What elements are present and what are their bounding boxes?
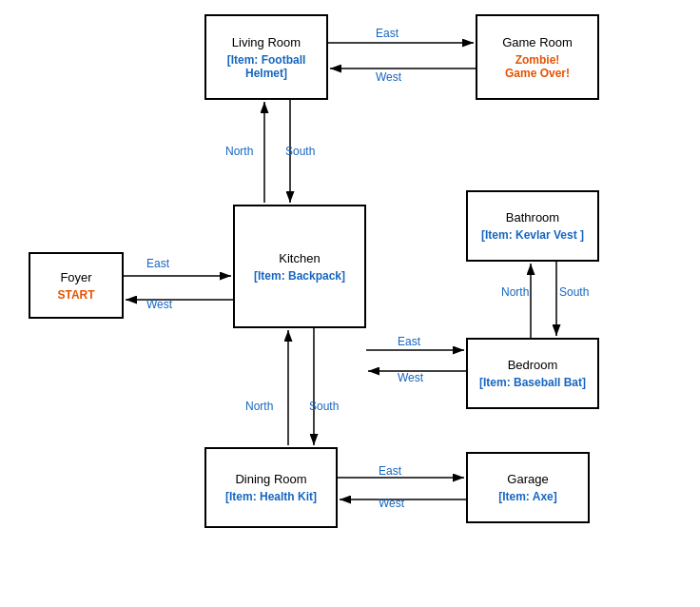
diagram: Living Room [Item: Football Helmet] Game… bbox=[0, 0, 700, 607]
label-k-dining-south: South bbox=[309, 400, 339, 413]
label-foyer-k-east: East bbox=[146, 257, 169, 270]
bedroom-item: [Item: Baseball Bat] bbox=[479, 376, 586, 389]
foyer-title: Foyer bbox=[60, 270, 91, 284]
label-lr-gr-west: West bbox=[376, 70, 401, 84]
label-lr-k-north: North bbox=[225, 145, 253, 158]
living-room-title: Living Room bbox=[232, 35, 301, 49]
game-room-note2: Game Over! bbox=[505, 67, 570, 80]
foyer: Foyer START bbox=[29, 252, 124, 319]
bedroom-title: Bedroom bbox=[508, 358, 558, 372]
garage-item: [Item: Axe] bbox=[498, 490, 557, 503]
label-lr-gr-east: East bbox=[376, 27, 399, 40]
garage-title: Garage bbox=[507, 472, 548, 486]
dining-room: Dining Room [Item: Health Kit] bbox=[204, 447, 338, 528]
label-k-bedroom-west: West bbox=[398, 371, 423, 384]
living-room-item: [Item: Football Helmet] bbox=[212, 53, 321, 80]
dining-room-title: Dining Room bbox=[235, 472, 306, 486]
dining-room-item: [Item: Health Kit] bbox=[225, 490, 317, 503]
label-bedroom-bathroom-north: North bbox=[501, 285, 529, 299]
kitchen-item: [Item: Backpack] bbox=[254, 269, 345, 283]
game-room-title: Game Room bbox=[502, 35, 573, 49]
kitchen: Kitchen [Item: Backpack] bbox=[233, 205, 366, 328]
label-foyer-k-west: West bbox=[146, 298, 172, 311]
foyer-note: START bbox=[57, 288, 94, 302]
label-garage-dining-west: West bbox=[379, 497, 404, 510]
game-room: Game Room Zombie! Game Over! bbox=[476, 14, 599, 100]
game-room-note1: Zombie! bbox=[515, 53, 560, 67]
bathroom: Bathroom [Item: Kevlar Vest ] bbox=[466, 190, 599, 262]
label-lr-k-south: South bbox=[285, 145, 315, 158]
kitchen-title: Kitchen bbox=[279, 251, 320, 265]
bathroom-title: Bathroom bbox=[506, 210, 559, 225]
label-dining-k-north: North bbox=[245, 400, 273, 413]
bedroom: Bedroom [Item: Baseball Bat] bbox=[466, 338, 599, 409]
label-bathroom-bedroom-south: South bbox=[559, 285, 589, 299]
bathroom-item: [Item: Kevlar Vest ] bbox=[481, 228, 584, 242]
living-room: Living Room [Item: Football Helmet] bbox=[204, 14, 328, 100]
label-dining-garage-east: East bbox=[379, 464, 401, 478]
label-k-bedroom-east: East bbox=[398, 335, 420, 348]
garage: Garage [Item: Axe] bbox=[466, 452, 590, 523]
